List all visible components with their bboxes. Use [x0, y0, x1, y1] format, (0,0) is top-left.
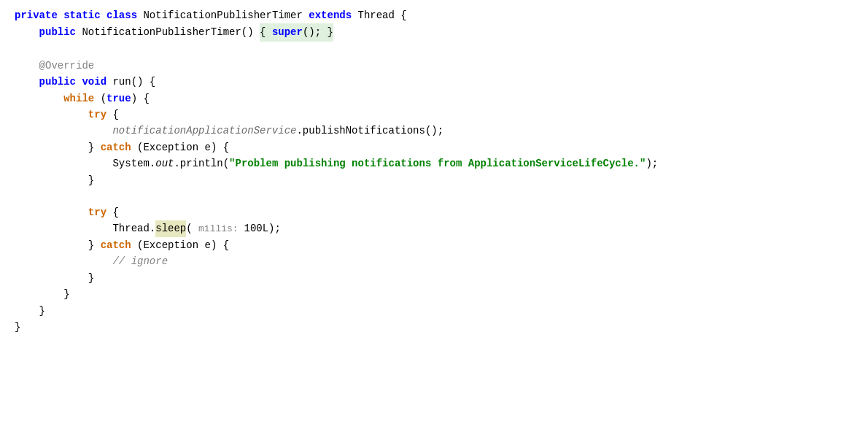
code-line-6: while (true) { [0, 90, 868, 107]
code-line-17: } [0, 270, 868, 286]
sleep-method: sleep [155, 220, 186, 236]
indent [15, 107, 88, 123]
code-line-16: // ignore [0, 253, 868, 269]
indent [15, 172, 88, 188]
brace-close5: } [63, 286, 69, 302]
superclass-name: Thread [358, 7, 395, 23]
code-line-5: public void run() { [0, 74, 868, 90]
indent [15, 270, 88, 286]
keyword-public: public [39, 24, 82, 40]
paren-open: ( [101, 90, 106, 107]
indent [15, 220, 112, 236]
constructor-name: NotificationPublisherTimer() [82, 24, 260, 40]
indent [15, 24, 39, 40]
sleep-value: 100L [244, 220, 268, 236]
code-line-12 [0, 188, 868, 204]
keyword-static: static [63, 7, 106, 23]
class-name: NotificationPublisherTimer [143, 7, 309, 23]
while-close: ) { [131, 90, 150, 107]
code-line-20: } [0, 319, 868, 335]
code-line-1: private static class NotificationPublish… [0, 7, 868, 23]
keyword-catch2: catch [101, 237, 137, 253]
indent [15, 123, 112, 139]
annotation-override: @Override [39, 58, 95, 74]
keyword-catch1: catch [101, 139, 137, 155]
brace: { [112, 107, 118, 123]
brace-close3: } [88, 237, 101, 253]
code-line-13: try { [0, 204, 868, 220]
brace-close4: } [88, 270, 94, 286]
param-hint-millis: millis: [198, 222, 244, 237]
code-line-3 [0, 42, 868, 58]
indent [15, 253, 112, 269]
method-run: run() { [112, 74, 155, 90]
indent [15, 303, 39, 319]
brace-close2: } [88, 172, 94, 188]
indent [15, 58, 39, 74]
code-line-14: Thread.sleep( millis: 100L); [0, 220, 868, 237]
brace-open: { [395, 7, 407, 23]
semi2: ); [268, 220, 281, 236]
code-line-2: public NotificationPublisherTimer() { su… [0, 23, 868, 41]
code-line-10: System.out.println("Problem publishing n… [0, 155, 868, 172]
code-viewer: private static class NotificationPublish… [0, 0, 868, 443]
keyword-class: class [106, 7, 143, 23]
code-line-19: } [0, 303, 868, 319]
keyword-public2: public [39, 74, 82, 90]
out-field: out [155, 155, 174, 172]
keyword-true: true [106, 90, 131, 107]
keyword-while: while [63, 90, 100, 107]
code-line-8: notificationApplicationService.publishNo… [0, 123, 868, 139]
keyword-private: private [15, 7, 63, 23]
brace-close7: } [15, 319, 20, 335]
indent [15, 204, 88, 220]
keyword-void: void [82, 74, 112, 90]
keyword-extends: extends [309, 7, 357, 23]
brace-close1: } [88, 139, 101, 155]
keyword-try2: try [88, 204, 113, 220]
indent [15, 286, 63, 302]
code-line-4: @Override [0, 58, 868, 74]
code-line-18: } [0, 286, 868, 302]
thread-class: Thread. [112, 220, 155, 236]
brace2: { [112, 204, 118, 220]
code-line-9: } catch (Exception e) { [0, 139, 868, 155]
field-notif-service: notificationApplicationService [112, 123, 296, 139]
code-line-11: } [0, 172, 868, 188]
code-line-15: } catch (Exception e) { [0, 237, 868, 253]
indent [15, 155, 112, 172]
catch-param2: (Exception e) { [137, 237, 229, 253]
sleep-paren: ( [186, 220, 198, 236]
indent [15, 139, 88, 155]
string-literal1: "Problem publishing notifications from A… [229, 155, 646, 172]
semi1: ); [646, 155, 658, 172]
code-line-7: try { [0, 107, 868, 123]
indent [15, 237, 88, 253]
println: .println( [174, 155, 229, 172]
indent [15, 74, 39, 90]
indent [15, 90, 63, 107]
system-class: System. [112, 155, 155, 172]
method-publish: .publishNotifications(); [296, 123, 443, 139]
comment-ignore: // ignore [112, 253, 168, 269]
super-call: { super(); } [260, 23, 333, 41]
keyword-try1: try [88, 107, 113, 123]
brace-close6: } [39, 303, 45, 319]
catch-param1: (Exception e) { [137, 139, 229, 155]
